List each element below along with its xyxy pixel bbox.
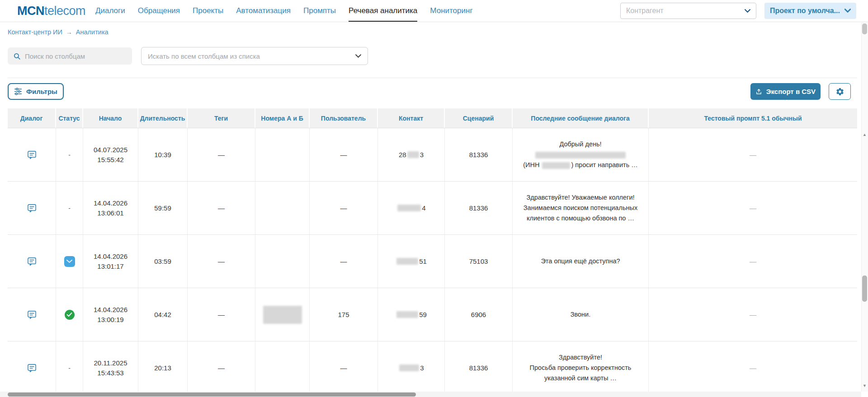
text-segment: указанной сим карты … <box>544 374 617 382</box>
column-header-4[interactable]: Теги <box>188 108 255 128</box>
export-upload-icon <box>755 88 762 95</box>
column-header-6[interactable]: Пользователь <box>310 108 378 128</box>
filters-button-label: Фильтры <box>26 88 57 95</box>
filters-icon <box>14 88 22 95</box>
nav-item-prompts[interactable]: Промпты <box>303 0 336 22</box>
table-row[interactable]: 14.04.202613:00:1904:42—175596906Звони.— <box>8 288 857 341</box>
message-line <box>534 149 627 160</box>
success-status-icon <box>65 310 75 320</box>
user-cell: 175 <box>310 288 378 341</box>
dialog-cell[interactable] <box>8 341 56 394</box>
table-header-row: ДиалогСтатусНачалоДлительностьТегиНомера… <box>8 108 857 128</box>
dialog-open-icon[interactable] <box>27 256 37 266</box>
table-row[interactable]: -20.11.202515:43:5320:13——381336Здравств… <box>8 341 857 395</box>
column-header-5[interactable]: Номера А и Б <box>255 108 310 128</box>
dialog-open-icon[interactable] <box>27 149 37 160</box>
tags-cell: — <box>188 128 255 181</box>
contact-value: 59 <box>396 311 427 318</box>
column-search-input[interactable] <box>25 52 120 60</box>
scroll-up-arrow-icon[interactable]: ▲ <box>863 132 867 137</box>
scenario-cell: 6906 <box>445 288 513 341</box>
counterparty-select[interactable] <box>620 3 756 19</box>
duration-cell: 03:59 <box>138 235 188 288</box>
nav-item-monitoring[interactable]: Мониторинг <box>430 0 472 22</box>
contact-cell: 59 <box>378 288 445 341</box>
column-header-1[interactable]: Статус <box>56 108 83 128</box>
table-row[interactable]: -14.04.202613:06:0159:59——481336Здравств… <box>8 182 857 235</box>
text-segment: 59 <box>419 311 427 318</box>
table-row[interactable]: 14.04.202613:01:1703:59——5175103Эта опци… <box>8 235 857 288</box>
counterparty-input[interactable] <box>626 7 735 15</box>
nav-item-projects[interactable]: Проекты <box>193 0 223 22</box>
chevron-down-icon <box>844 9 851 13</box>
horizontal-scrollbar-thumb[interactable] <box>8 392 416 397</box>
last-message-cell: Здравствуйте!Просьба проверить корректно… <box>513 341 649 394</box>
dialog-cell[interactable] <box>8 235 56 288</box>
page-scrollbar-thumb[interactable] <box>862 23 867 34</box>
scenario-cell: 81336 <box>445 128 513 181</box>
mcn-telecom-logo[interactable]: MCNtelecom <box>17 4 85 18</box>
table-scrollbar-thumb[interactable] <box>862 276 867 302</box>
nav-item-requests[interactable]: Обращения <box>138 0 180 22</box>
numbers-cell <box>255 288 310 341</box>
text-segment: Занимаемся поиском потенциальных <box>524 204 637 211</box>
text-segment: 4 <box>422 204 425 212</box>
status-dash: - <box>68 364 71 372</box>
column-header-3[interactable]: Длительность <box>138 108 188 128</box>
tags-cell: — <box>188 182 255 234</box>
column-header-8[interactable]: Сценарий <box>445 108 513 128</box>
tags-cell: — <box>188 235 255 288</box>
chevron-down-icon <box>745 9 750 13</box>
test-prompt-cell: — <box>649 235 857 288</box>
table-row[interactable]: -04.07.202515:55:4210:39——28381336Добрый… <box>8 128 857 182</box>
nav-item-dialogs[interactable]: Диалоги <box>95 0 125 22</box>
default-project-select[interactable]: Проект по умолча... <box>764 3 856 19</box>
mail-status-icon <box>64 256 75 267</box>
dialog-cell[interactable] <box>8 182 56 234</box>
column-header-0[interactable]: Диалог <box>8 108 56 128</box>
column-search[interactable] <box>8 47 132 65</box>
nav-item-automation[interactable]: Автоматизация <box>236 0 291 22</box>
message-line: Занимаемся поиском потенциальных <box>524 203 637 213</box>
column-header-7[interactable]: Контакт <box>378 108 445 128</box>
breadcrumb-contact-center[interactable]: Контакт-центр ИИ <box>8 28 62 36</box>
filters-button[interactable]: Фильтры <box>8 83 64 100</box>
nav-item-speech-analytics[interactable]: Речевая аналитика <box>349 0 417 22</box>
redacted-blur <box>542 162 570 169</box>
breadcrumb: Контакт-центр ИИ → Аналитика <box>8 28 108 36</box>
last-message-cell: Добрый день!(ИНН ) просит направить … <box>513 128 649 181</box>
contact-value: 3 <box>398 364 424 372</box>
numbers-cell <box>255 182 310 234</box>
message-line: Просьба проверить корректность <box>530 363 632 373</box>
start-time: 15:55:42 <box>97 155 123 165</box>
duration-cell: 20:13 <box>138 341 188 394</box>
text-segment: Просьба проверить корректность <box>530 364 632 371</box>
table-settings-button[interactable] <box>829 83 851 100</box>
vertical-scrollbar-track[interactable] <box>861 23 868 392</box>
export-csv-button[interactable]: Экспорт в CSV <box>750 83 821 100</box>
tags-cell: — <box>188 341 255 394</box>
dialog-open-icon[interactable] <box>27 309 37 320</box>
scenario-cell: 81336 <box>445 182 513 234</box>
column-header-9[interactable]: Последние сообщение диалога <box>513 108 649 128</box>
column-header-10[interactable]: Тестовый промпт 5.1 обычный <box>649 108 857 128</box>
breadcrumb-analytics[interactable]: Аналитика <box>76 28 108 36</box>
message-line: клиентов с помощью обзвона по … <box>527 213 634 224</box>
chevron-down-icon[interactable] <box>355 54 361 58</box>
dialog-cell[interactable] <box>8 128 56 181</box>
column-header-2[interactable]: Начало <box>83 108 138 128</box>
contact-value: 51 <box>396 257 427 265</box>
dialog-cell[interactable] <box>8 288 56 341</box>
search-icon <box>13 52 21 60</box>
dialog-open-icon[interactable] <box>27 203 37 213</box>
all-columns-search[interactable] <box>141 47 368 65</box>
redacted-blur <box>535 152 626 159</box>
message-line: Здравствуйте! <box>559 352 602 363</box>
start-date: 14.04.2026 <box>94 198 127 208</box>
all-columns-search-input[interactable] <box>148 52 342 60</box>
scroll-down-arrow-icon[interactable]: ▼ <box>863 383 867 388</box>
duration-cell: 04:42 <box>138 288 188 341</box>
redacted-blur <box>399 364 419 371</box>
dialog-open-icon[interactable] <box>27 363 37 373</box>
logo-bold-part: MCN <box>17 4 44 18</box>
